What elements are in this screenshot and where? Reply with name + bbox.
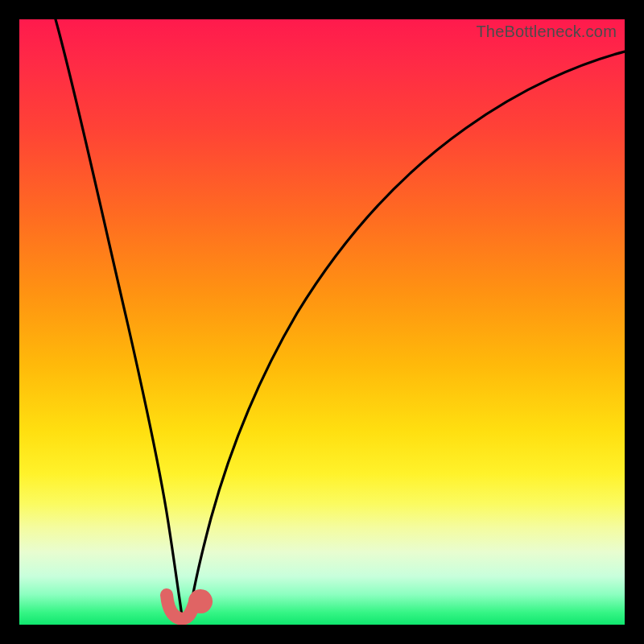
right-branch-curve <box>188 52 625 621</box>
curve-layer <box>19 19 625 625</box>
watermark-text: TheBottleneck.com <box>476 23 617 41</box>
plot-area: TheBottleneck.com <box>19 19 625 625</box>
chart-frame: TheBottleneck.com <box>0 0 644 644</box>
left-branch-curve <box>56 19 183 621</box>
highlight-blob <box>167 595 206 619</box>
